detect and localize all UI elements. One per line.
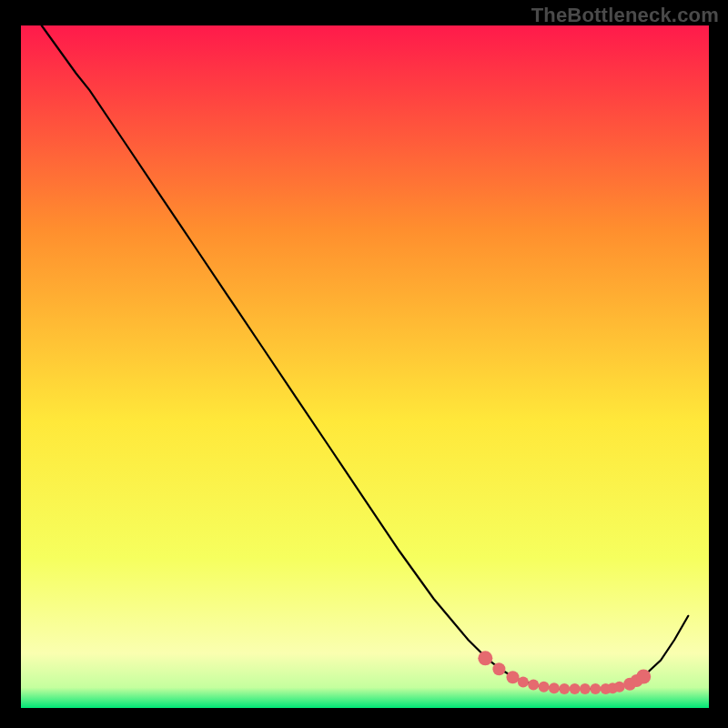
watermark-text: TheBottleneck.com <box>531 4 719 27</box>
curve-marker <box>559 683 570 694</box>
chart-stage: TheBottleneck.com <box>0 0 728 728</box>
curve-marker <box>590 683 601 694</box>
curve-marker <box>518 677 529 688</box>
curve-marker <box>492 662 505 675</box>
curve-marker <box>580 683 591 694</box>
curve-marker <box>636 670 651 684</box>
curve-marker <box>614 682 625 693</box>
curve-marker <box>528 680 539 691</box>
curve-marker <box>507 671 520 683</box>
curve-marker <box>539 682 550 693</box>
curve-marker <box>549 682 560 693</box>
curve-marker <box>570 683 581 694</box>
chart-svg <box>0 0 728 728</box>
gradient-background <box>21 25 709 708</box>
curve-marker <box>478 651 492 665</box>
